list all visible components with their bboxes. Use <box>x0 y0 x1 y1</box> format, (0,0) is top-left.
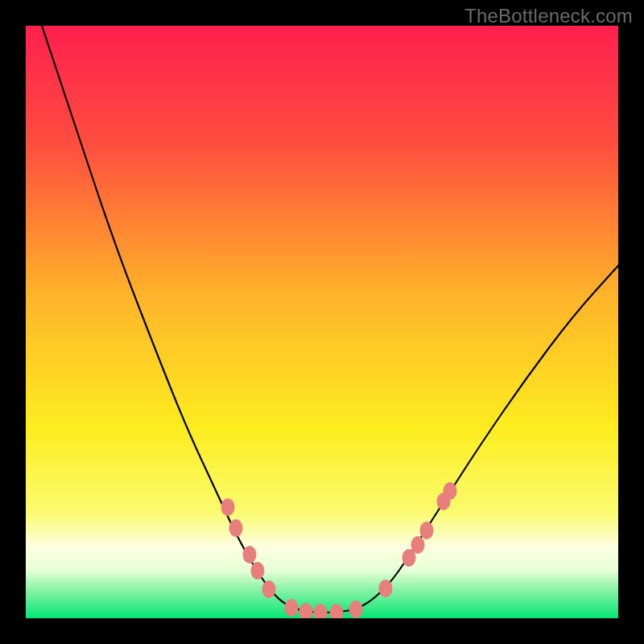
curve-marker <box>349 601 363 618</box>
outer-frame: TheBottleneck.com <box>0 0 644 644</box>
curve-marker <box>221 498 235 516</box>
curve-marker <box>243 546 257 564</box>
chart-svg <box>26 26 618 618</box>
curve-marker <box>420 522 434 539</box>
curve-marker <box>251 562 265 580</box>
curve-marker <box>444 482 457 500</box>
watermark-text: TheBottleneck.com <box>464 5 633 27</box>
curve-marker <box>379 580 393 597</box>
curve-marker <box>229 519 243 537</box>
curve-marker <box>285 599 299 617</box>
curve-marker <box>411 536 425 554</box>
curve-marker <box>262 580 276 598</box>
gradient-background <box>26 26 618 618</box>
plot-area <box>26 26 618 618</box>
